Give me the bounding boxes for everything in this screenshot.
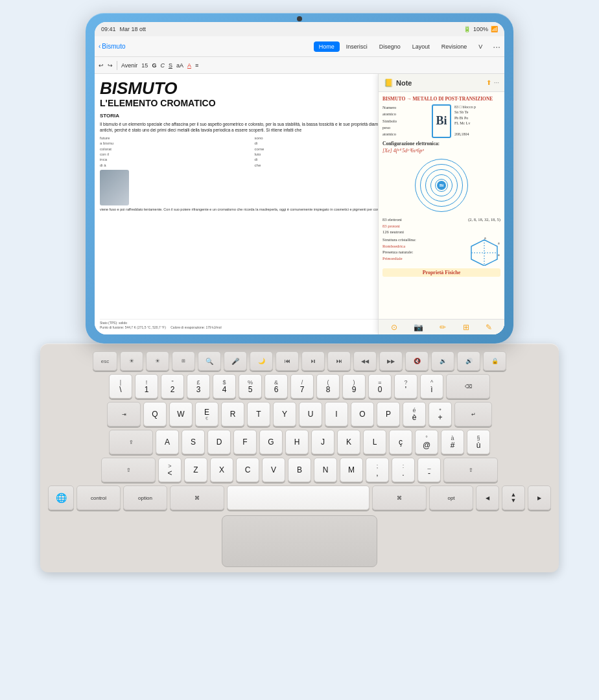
key-9[interactable]: )9 [342,374,366,399]
key-6[interactable]: &6 [264,374,288,399]
italic-button[interactable]: C [160,62,165,69]
key-rewind[interactable]: ⏮ [276,351,299,371]
notes-pencil-icon[interactable]: ✏ [440,323,446,332]
font-selector[interactable]: Avenir [121,62,137,69]
key-f[interactable]: F [233,430,257,454]
more-button[interactable]: ··· [493,41,500,52]
key-space[interactable] [227,485,370,510]
key-capslock[interactable]: ⇪ [109,430,153,454]
key-angle[interactable]: >< [158,458,182,482]
key-vol-up[interactable]: 🔊 [457,351,480,371]
trackpad[interactable] [222,515,377,567]
key-return[interactable]: ↵ [454,402,492,426]
key-2[interactable]: "2 [161,374,184,399]
back-button[interactable]: ‹ Bismuto [99,43,125,50]
key-opt-right[interactable]: opt [429,485,473,510]
tab-v[interactable]: V [473,41,487,52]
key-e[interactable]: E€ [195,402,218,426]
key-dictation[interactable]: 🎤 [224,351,247,371]
key-comma[interactable]: ;, [366,458,389,482]
underline-button[interactable]: S [169,62,172,69]
key-vol-down[interactable]: 🔉 [431,351,454,371]
more-notes-icon[interactable]: ··· [494,79,499,86]
tab-inserisci[interactable]: Inserisci [341,41,373,52]
tab-revisione[interactable]: Revisione [436,41,473,52]
key-apostrophe[interactable]: ?' [394,374,417,399]
key-w[interactable]: W [169,402,193,426]
key-dnd[interactable]: 🌙 [250,351,273,371]
notes-camera-icon[interactable]: 📷 [414,323,423,332]
undo-button[interactable]: ↩ [99,62,104,69]
color-button[interactable]: A [187,62,191,69]
key-brightness-down[interactable]: ☀ [120,351,143,371]
key-backspace[interactable]: ⌫ [446,374,490,399]
key-l[interactable]: L [363,430,386,454]
key-t[interactable]: T [247,402,270,426]
share-icon[interactable]: ⬆ [486,79,491,86]
key-shift-right[interactable]: ⇧ [443,458,498,482]
key-minus[interactable]: _- [417,458,441,482]
key-d[interactable]: D [207,430,231,454]
key-4[interactable]: $4 [213,374,236,399]
key-z[interactable]: Z [184,458,207,482]
key-7[interactable]: /7 [290,374,314,399]
key-arrows-updown[interactable]: ▲ ▼ [502,485,525,510]
key-globe[interactable]: 🌐 [48,485,74,510]
key-brightness-up[interactable]: ☀ [146,351,169,371]
key-a[interactable]: A [156,430,179,454]
tab-disegno[interactable]: Disegno [374,41,406,52]
key-g[interactable]: G [259,430,283,454]
key-u[interactable]: U [299,402,322,426]
key-cmd-right[interactable]: ⌘ [372,485,427,510]
font-size-controls[interactable]: aA [176,62,183,69]
key-next-track[interactable]: ▶▶ [379,351,403,371]
key-arrow-right[interactable]: ▶ [528,485,551,510]
key-y[interactable]: Y [273,402,296,426]
key-play-pause[interactable]: ⏯ [301,351,325,371]
notes-table-icon[interactable]: ⊞ [463,323,469,332]
key-3[interactable]: £3 [187,374,210,399]
key-q[interactable]: Q [143,402,167,426]
key-j[interactable]: J [311,430,335,454]
key-hash[interactable]: à# [441,430,464,454]
key-c[interactable]: C [236,458,259,482]
key-n[interactable]: N [314,458,337,482]
key-esc[interactable]: esc [93,351,117,371]
key-lock[interactable]: 🔒 [483,351,506,371]
key-arrow-left[interactable]: ◀ [476,485,499,510]
key-at[interactable]: °@ [415,430,438,454]
key-cedilla[interactable]: ç [389,430,412,454]
key-k[interactable]: K [337,430,360,454]
key-1[interactable]: !1 [135,374,158,399]
key-mission-control[interactable]: ⊞ [172,351,195,371]
key-0[interactable]: =0 [368,374,392,399]
key-fast-forward[interactable]: ⏭ [327,351,351,371]
key-search[interactable]: 🔍 [198,351,221,371]
key-o[interactable]: O [351,402,374,426]
key-grave[interactable]: ^ì [420,374,443,399]
key-m[interactable]: M [340,458,363,482]
key-p[interactable]: P [377,402,400,426]
key-bracket-open[interactable]: éè [403,402,426,426]
key-period[interactable]: :. [392,458,415,482]
list-button[interactable]: ≡ [195,62,198,69]
redo-button[interactable]: ↪ [108,62,113,69]
key-h[interactable]: H [285,430,309,454]
notes-edit-icon[interactable]: ✎ [486,323,492,332]
notes-content[interactable]: BISMUTO → METALLO DI POST-TRANSIZIONE Nu… [379,92,504,319]
font-size[interactable]: 15 [141,62,148,69]
tab-home[interactable]: Home [314,41,340,52]
key-i[interactable]: I [325,402,348,426]
key-8[interactable]: (8 [316,374,340,399]
key-backslash[interactable]: |\ [109,374,132,399]
key-r[interactable]: R [221,402,244,426]
key-tab[interactable]: ⇥ [107,402,141,426]
key-option[interactable]: option [123,485,167,510]
tab-layout[interactable]: Layout [407,41,435,52]
bold-button[interactable]: G [152,62,156,69]
notes-circle-icon[interactable]: ⊙ [391,323,397,332]
key-s[interactable]: S [182,430,205,454]
key-x[interactable]: X [210,458,233,482]
key-cmd-left[interactable]: ⌘ [170,485,224,510]
key-control[interactable]: control [76,485,121,510]
